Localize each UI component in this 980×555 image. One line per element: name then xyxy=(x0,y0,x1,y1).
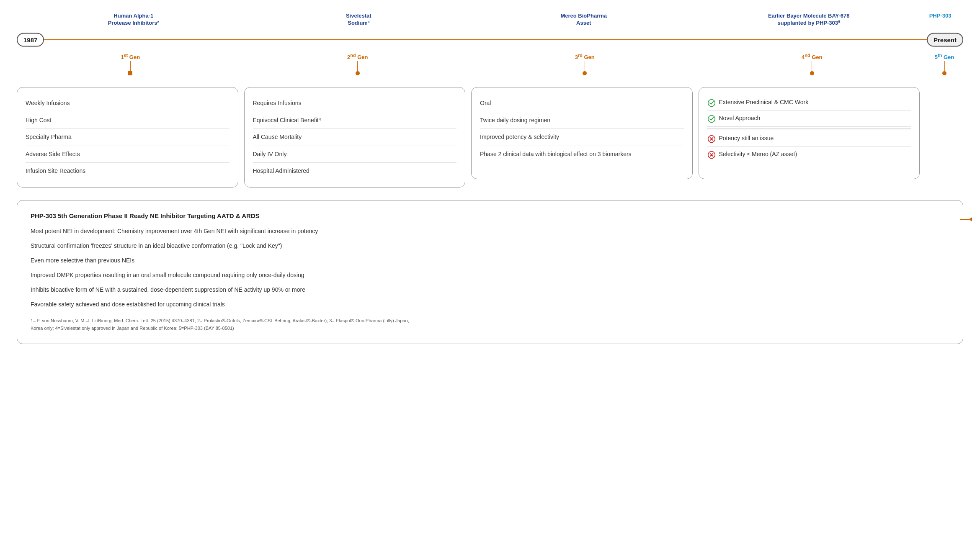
card3-item-3: Improved potency & selectivity xyxy=(480,129,684,146)
gen4-label: 4nd Gen xyxy=(802,53,822,60)
gen5-col: 5th Gen xyxy=(926,53,963,75)
gen4-col: 4nd Gen xyxy=(699,53,926,75)
gen3-connector xyxy=(585,61,585,71)
col-header-1: Human Alpha-1Protease Inhibitors² xyxy=(21,13,246,27)
svg-point-1 xyxy=(708,116,715,123)
card3-item-2: Twice daily dosing regimen xyxy=(480,112,684,129)
cards-row: Weekly Infusions High Cost Specialty Pha… xyxy=(17,87,963,188)
card-gen4: Extensive Preclinical & CMC Work Novel A… xyxy=(699,87,920,179)
card4-item-2-text: Novel Approach xyxy=(719,114,761,123)
info-box: PHP-303 5th Generation Phase II Ready NE… xyxy=(17,200,963,344)
timeline-line xyxy=(28,39,952,40)
card3-item-4: Phase 2 clinical data with biological ef… xyxy=(480,146,684,163)
card4-item-1: Extensive Preclinical & CMC Work xyxy=(707,95,911,111)
card-gen3: Oral Twice daily dosing regimen Improved… xyxy=(471,87,693,179)
card3-item-1: Oral xyxy=(480,95,684,112)
card-gen1: Weekly Infusions High Cost Specialty Pha… xyxy=(17,87,238,188)
col-header-php: PHP-303 xyxy=(921,13,959,27)
check-x-icon-1 xyxy=(707,135,716,143)
card2-item-1: Requires Infusions xyxy=(253,95,457,112)
col-header-3: Mereo BioPharmaAsset xyxy=(471,13,696,27)
gen2-label: 2nd Gen xyxy=(347,53,368,60)
check-ok-icon xyxy=(707,99,716,107)
info-arrow-line xyxy=(960,219,969,220)
card4-item-3: Potency still an issue xyxy=(707,131,911,147)
svg-point-0 xyxy=(708,100,715,107)
info-box-title: PHP-303 5th Generation Phase II Ready NE… xyxy=(31,212,949,219)
card1-item-4: Adverse Side Effects xyxy=(26,146,230,163)
info-box-footnote: 1= F. von Nussbaum, V. M.-J. Li /Bioorg.… xyxy=(31,317,949,332)
info-arrow xyxy=(960,217,972,221)
card4-divider xyxy=(707,128,911,129)
gen2-col: 2nd Gen xyxy=(244,53,472,75)
timeline-end-label: Present xyxy=(927,33,963,46)
card4-item-3-text: Potency still an issue xyxy=(719,134,774,143)
card1-item-5: Infusion Site Reactions xyxy=(26,163,230,180)
col-header-2: SivelestatSodium³ xyxy=(246,13,472,27)
info-bullet-5: Inhibits bioactive form of NE with a sus… xyxy=(31,285,949,294)
card2-item-4: Daily IV Only xyxy=(253,146,457,163)
gen5-dot xyxy=(942,71,946,75)
gen1-connector xyxy=(130,61,131,71)
card2-item-5: Hospital Administered xyxy=(253,163,457,180)
gen2-dot xyxy=(356,71,360,75)
timeline-start-label: 1987 xyxy=(17,33,44,46)
card4-item-1-text: Extensive Preclinical & CMC Work xyxy=(719,98,809,107)
timeline-bar: 1987 Present xyxy=(17,29,963,50)
info-arrow-head xyxy=(969,217,972,221)
card4-item-4: Selectivity ≤ Mereo (AZ asset) xyxy=(707,147,911,162)
info-bullet-3: Even more selective than previous NEIs xyxy=(31,256,949,265)
check-x-icon-2 xyxy=(707,151,716,159)
card1-item-3: Specialty Pharma xyxy=(26,129,230,146)
info-bullet-2: Structural confirmation 'freezes' struct… xyxy=(31,242,949,250)
gen4-dot xyxy=(810,71,814,75)
col-header-4: Earlier Bayer Molecule BAY-678supplanted… xyxy=(696,13,922,27)
gen1-dot xyxy=(128,71,132,75)
column-headers-row: Human Alpha-1Protease Inhibitors² Sivele… xyxy=(17,13,963,27)
check-ok-icon-2 xyxy=(707,115,716,123)
card1-item-2: High Cost xyxy=(26,112,230,129)
gen5-label: 5th Gen xyxy=(935,53,954,60)
card4-item-4-text: Selectivity ≤ Mereo (AZ asset) xyxy=(719,150,797,159)
gen4-connector xyxy=(812,61,812,71)
info-bullet-4: Improved DMPK properties resulting in an… xyxy=(31,271,949,280)
card1-item-1: Weekly Infusions xyxy=(26,95,230,112)
timeline-area: Human Alpha-1Protease Inhibitors² Sivele… xyxy=(17,13,963,188)
gen3-col: 3rd Gen xyxy=(471,53,699,75)
info-bullet-6: Favorable safety achieved and dose estab… xyxy=(31,300,949,309)
card2-item-3: All Cause Mortality xyxy=(253,129,457,146)
gen5-connector xyxy=(944,61,945,71)
gen3-label: 3rd Gen xyxy=(575,53,595,60)
gen3-dot xyxy=(583,71,587,75)
card-gen2: Requires Infusions Equivocal Clinical Be… xyxy=(244,87,466,188)
gen1-label: 1st Gen xyxy=(121,53,140,60)
card2-item-2: Equivocal Clinical Benefit⁴ xyxy=(253,112,457,129)
card4-item-2: Novel Approach xyxy=(707,111,911,127)
gen-labels-row: 1st Gen 2nd Gen 3rd Gen 4nd Gen 5th Gen xyxy=(17,53,963,75)
gen2-connector xyxy=(357,61,358,71)
gen1-col: 1st Gen xyxy=(17,53,244,75)
info-bullet-1: Most potent NEI in development: Chemistr… xyxy=(31,227,949,236)
